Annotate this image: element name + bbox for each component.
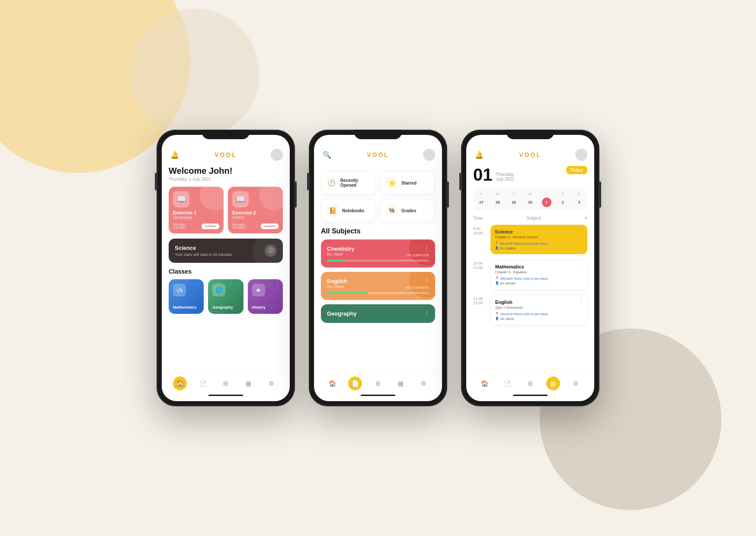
nav-settings-p1[interactable]: ⚙	[265, 376, 279, 390]
nav-grid-p1[interactable]: ⊞	[219, 376, 233, 390]
phone3-bottom-nav: 🏠 📄 ⊞ ▦ ⚙	[473, 373, 587, 392]
exercise-card-2[interactable]: 📖 Exercise 2 History Due date : 18/7/202…	[228, 187, 283, 233]
due-date-2: Due date : 18/7/2021	[232, 223, 246, 229]
week-label-2: T	[513, 192, 515, 196]
home-indicator-p1	[208, 395, 243, 396]
science-teams-link[interactable]: 📍 Microsoft Teams (click to join class)	[495, 242, 583, 245]
week-day-4[interactable]: T 1	[542, 192, 551, 207]
week-day-0[interactable]: S 27	[477, 192, 486, 207]
submit-btn-2[interactable]: SUBMIT	[261, 223, 279, 229]
nav-grid-p3[interactable]: ⊞	[523, 376, 537, 390]
nav-settings-p3[interactable]: ⚙	[569, 376, 583, 390]
nav-notes-p2[interactable]: 📄	[348, 376, 362, 390]
person-icon-english: 👤	[495, 317, 499, 320]
geography-dots: ⋮	[424, 309, 430, 316]
science-subtitle: Your class will start in 45 minutes.	[175, 252, 233, 257]
avatar-p2[interactable]	[423, 149, 435, 161]
qa-starred[interactable]: ⭐ Starred	[380, 171, 435, 195]
app-logo-p2: VOOL	[367, 151, 389, 158]
class-card-math[interactable]: ⋮ √x Mathematics	[169, 279, 204, 314]
date-number: 01	[473, 166, 493, 183]
nav-home-p3[interactable]: 🏠	[477, 376, 491, 390]
phone-1-notch	[202, 130, 250, 139]
person-icon-math: 👤	[495, 281, 499, 285]
nav-settings-p2[interactable]: ⚙	[417, 376, 431, 390]
history-icon: ★	[252, 284, 265, 297]
search-icon-p2[interactable]: 🔍	[321, 149, 333, 161]
nav-table-p1[interactable]: ▦	[242, 376, 256, 390]
date-display: 01 Thursday July 2021	[473, 166, 514, 183]
nav-home-p1[interactable]: 🏠	[173, 376, 187, 390]
quick-actions-grid: 🕐 Recently Opened ⭐ Starred 📔 Notebooks …	[321, 171, 435, 222]
nav-table-p3[interactable]: ▦	[546, 376, 560, 390]
english-progress-bg: 40% COMPLETE	[327, 292, 429, 294]
phone-1-screen: 🔔 VOOL Welcome John! Thursday, 1 July 20…	[162, 135, 290, 401]
class-card-history-dots: ⋮	[275, 283, 279, 287]
submit-btn-1[interactable]: SUBMIT	[202, 223, 219, 229]
qa-grades[interactable]: % Grades	[380, 199, 435, 222]
qa-recently-opened[interactable]: 🕐 Recently Opened	[321, 171, 376, 195]
exercise-icon-2: 📖	[232, 191, 249, 207]
schedule-card-english[interactable]: ⋮ English Quiz 2 Discussion 📍 Microsoft …	[490, 295, 587, 325]
math-teams-link[interactable]: 📍 Microsoft Teams (click to join class)	[495, 277, 583, 280]
calendar-header: 01 Thursday July 2021 Today	[473, 166, 587, 183]
qa-starred-label: Starred	[401, 181, 416, 185]
math-card-dots: ⋮	[579, 263, 583, 268]
science-title: Science	[175, 245, 233, 251]
schedule-card-science[interactable]: ⋮ Science Chapter 5 : Nervous System 📍 M…	[490, 225, 587, 254]
subject-card-geography[interactable]: ⋮ Geography	[321, 304, 435, 323]
recently-opened-icon: 🕐	[327, 177, 337, 189]
week-calendar: S 27 M 28 T 29 W 30	[473, 188, 587, 211]
class-card-math-dots: ⋮	[196, 283, 200, 287]
class-card-history[interactable]: ⋮ ★ History	[248, 279, 283, 314]
week-day-2[interactable]: T 29	[509, 192, 519, 207]
bell-icon-p3[interactable]: 🔔	[473, 149, 485, 161]
welcome-section: Welcome John! Thursday, 1 July 2021	[169, 166, 283, 182]
time-english: 11:00 13:00	[473, 295, 487, 325]
math-teacher: 👤 En. Ahmad	[495, 281, 583, 285]
subject-card-english[interactable]: ⋮ English Ms. Alexis 40% COMPLETE	[321, 272, 435, 300]
classes-grid: ⋮ √x Mathematics ⋮ 🌐 Geography ⋮ ★ Histo…	[169, 279, 283, 314]
week-day-6[interactable]: S 3	[574, 192, 584, 207]
week-day-5[interactable]: F 2	[558, 192, 567, 207]
math-label: Mathematics	[173, 305, 197, 309]
science-banner[interactable]: Science Your class will start in 45 minu…	[169, 239, 283, 263]
week-day-1[interactable]: M 28	[493, 192, 503, 207]
schedule-card-math[interactable]: ⋮ Mathematics Chapter 4 : Equation 📍 Mic…	[490, 259, 587, 290]
phone-3: 🔔 VOOL 01 Thursday July 2021 Today	[461, 130, 599, 406]
bell-icon-p1[interactable]: 🔔	[169, 149, 181, 161]
avatar-p1[interactable]	[271, 149, 283, 161]
nav-table-p2[interactable]: ▦	[394, 376, 408, 390]
week-num-0: 27	[477, 198, 486, 207]
today-button[interactable]: Today	[566, 166, 587, 174]
phone2-top-nav: 🔍 VOOL	[321, 149, 435, 161]
week-label-1: M	[496, 192, 499, 196]
week-label-0: S	[480, 192, 482, 196]
nav-grid-p2[interactable]: ⊞	[371, 376, 385, 390]
phone-1: 🔔 VOOL Welcome John! Thursday, 1 July 20…	[157, 130, 295, 406]
app-logo-p3: VOOL	[519, 151, 541, 158]
class-card-geo[interactable]: ⋮ 🌐 Geography	[208, 279, 243, 314]
schedule-row-english: 11:00 13:00 ⋮ English Quiz 2 Discussion …	[473, 295, 587, 325]
due-date-1: Due date : 10/7/2021	[173, 223, 187, 229]
science-text: Science Your class will start in 45 minu…	[175, 245, 233, 257]
qa-notebooks-label: Notebooks	[342, 208, 365, 213]
date-month: July 2021	[496, 177, 515, 182]
nav-notes-p3[interactable]: 📄	[500, 376, 514, 390]
english-teams-link[interactable]: 📍 Microsoft Teams (click to join class)	[495, 312, 583, 316]
location-icon-science: 📍	[495, 242, 499, 245]
chemistry-progress-bg: 17% COMPLETE	[327, 260, 429, 262]
phone1-bottom-nav: 🏠 📄 ⊞ ▦ ⚙	[169, 373, 283, 392]
week-day-3[interactable]: W 30	[525, 192, 535, 207]
nav-home-p2[interactable]: 🏠	[325, 376, 339, 390]
week-num-3: 30	[525, 198, 535, 207]
exercise-card-1[interactable]: 📖 Exercise 1 Geography Due date : 10/7/2…	[169, 187, 224, 233]
qa-notebooks[interactable]: 📔 Notebooks	[321, 199, 376, 222]
nav-notes-p1[interactable]: 📄	[196, 376, 210, 390]
home-indicator-p3	[513, 395, 548, 396]
avatar-p3[interactable]	[575, 149, 587, 161]
subject-card-chemistry[interactable]: ⋮ Chemistry En. Nasir 17% COMPLETE	[321, 239, 435, 268]
exercise-title-1: Exercise 1	[173, 210, 219, 215]
all-subjects-title: All Subjects	[321, 227, 435, 235]
week-label-6: S	[578, 192, 580, 196]
